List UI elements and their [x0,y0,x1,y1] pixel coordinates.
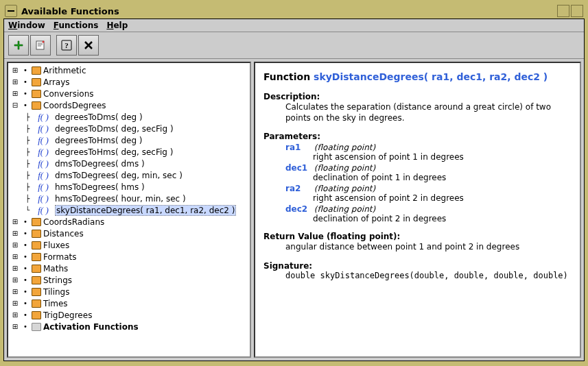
function-signature: degreesToDms( deg ) [55,112,143,122]
category-label: Conversions [43,89,94,99]
tree-category[interactable]: ⊟•CoordsDegrees [11,99,250,111]
function-tree: ⊞•Arithmetic⊞•Arrays⊞•Conversions⊟•Coord… [8,64,250,332]
detail-function-name: skyDistanceDegrees( ra1, dec1, ra2, dec2… [314,71,548,82]
expand-icon[interactable]: ⊞ [11,277,19,284]
category-label: CoordsRadians [43,217,104,227]
syntax-document-button[interactable] [30,35,51,56]
help-button[interactable]: ? [56,35,77,56]
folder-icon [32,66,41,75]
tree-connector-icon: ├ [23,172,32,179]
close-button[interactable] [78,35,99,56]
category-label: Formats [43,252,77,262]
expand-icon[interactable]: ⊞ [11,312,19,319]
expand-icon[interactable]: ⊞ [11,265,19,272]
folder-icon [32,218,41,226]
tree-function[interactable]: ├f( )dmsToDegrees( dms ) [11,158,250,169]
node-bullet-icon: • [21,300,30,307]
parameter-row: ra2 (floating point) [263,184,572,193]
menu-help[interactable]: Help [106,21,128,30]
close-icon [83,40,94,51]
return-desc: angular distance between point 1 and poi… [263,241,572,252]
node-bullet-icon: • [21,254,30,260]
category-label: Tilings [43,287,69,297]
expand-icon[interactable]: ⊞ [11,324,19,330]
function-icon: f( ) [34,158,53,169]
tree-category[interactable]: ⊞•TrigDegrees [11,309,250,321]
folder-icon [32,300,41,308]
function-tree-panel[interactable]: ⊞•Arithmetic⊞•Arrays⊞•Conversions⊟•Coord… [7,62,251,358]
tree-category[interactable]: ⊞•Formats [11,251,250,263]
function-signature: skyDistanceDegrees( ra1, dec1, ra2, dec2… [55,205,236,216]
expand-icon[interactable]: ⊞ [11,90,19,97]
function-icon: f( ) [34,182,53,193]
function-signature: hmsToDegrees( hour, min, sec ) [55,194,186,204]
node-bullet-icon: • [21,102,30,109]
tree-function[interactable]: ├f( )degreesToHms( deg, secFig ) [11,146,250,158]
category-label: Arrays [43,77,70,87]
expand-icon[interactable]: ⊞ [11,219,19,225]
tree-category[interactable]: ⊞•CoordsRadians [11,216,250,228]
tree-category[interactable]: ⊞•Distances [11,228,250,239]
expand-icon[interactable]: ⊞ [11,67,19,74]
tree-connector-icon: ├ [23,195,32,202]
tree-category[interactable]: ⊞•Arithmetic [11,64,250,76]
tree-function[interactable]: ├f( )degreesToDms( deg ) [11,111,250,123]
tree-category[interactable]: ⊞•Maths [11,263,250,274]
node-bullet-icon: • [21,219,30,225]
menu-window[interactable]: Window [8,21,45,30]
param-name: dec1 [285,163,311,173]
folder-icon [32,265,41,273]
window-body: Window Functions Help ? [3,19,585,361]
menu-functions[interactable]: Functions [54,21,99,30]
param-name: ra2 [285,184,311,193]
tree-connector-icon: └ [23,207,32,214]
tree-function[interactable]: ├f( )dmsToDegrees( deg, min, sec ) [11,169,250,181]
function-signature: degreesToDms( deg, secFig ) [55,124,174,134]
function-signature: degreesToHms( deg, secFig ) [55,147,173,157]
window-menu-button[interactable] [5,5,17,17]
collapse-icon[interactable]: ⊟ [11,102,19,109]
function-signature: dmsToDegrees( deg, min, sec ) [55,171,183,180]
tree-category[interactable]: ⊞•Tilings [11,286,250,297]
description-label: Description: [263,92,572,101]
parameter-row: ra1 (floating point) [263,143,572,152]
tree-function[interactable]: └f( )skyDistanceDegrees( ra1, dec1, ra2,… [11,204,250,216]
tree-category[interactable]: ⊞•Conversions [11,88,250,99]
maximize-button[interactable] [571,5,583,17]
tree-category[interactable]: ⊞•Arrays [11,76,250,88]
tree-category[interactable]: ⊞•Times [11,297,250,309]
add-function-button[interactable] [8,35,29,56]
expand-icon[interactable]: ⊞ [11,254,19,260]
titlebar[interactable]: Available Functions [3,3,585,19]
function-detail-panel: Function skyDistanceDegrees( ra1, dec1, … [254,62,581,358]
return-label: Return Value (floating point): [263,232,572,241]
folder-icon [32,288,41,296]
function-icon: f( ) [34,193,53,204]
tree-function[interactable]: ├f( )hmsToDegrees( hms ) [11,181,250,193]
tree-category-activation[interactable]: ⊞•Activation Functions [11,321,250,332]
category-label: Fluxes [43,241,69,250]
parameters-list: ra1 (floating point)right ascension of p… [263,143,572,223]
node-bullet-icon: • [21,79,30,86]
expand-icon[interactable]: ⊞ [11,289,19,295]
node-bullet-icon: • [21,289,30,295]
node-bullet-icon: • [21,324,30,330]
tree-category[interactable]: ⊞•Fluxes [11,239,250,251]
tree-function[interactable]: ├f( )hmsToDegrees( hour, min, sec ) [11,193,250,204]
expand-icon[interactable]: ⊞ [11,242,19,249]
tree-function[interactable]: ├f( )degreesToHms( deg ) [11,134,250,146]
tree-category[interactable]: ⊞•Strings [11,274,250,286]
param-name: dec2 [285,204,311,214]
node-bullet-icon: • [21,230,30,237]
expand-icon[interactable]: ⊞ [11,79,19,86]
function-signature: hmsToDegrees( hms ) [55,182,145,192]
expand-icon[interactable]: ⊞ [11,230,19,237]
minimize-button[interactable] [557,5,569,17]
svg-point-1 [43,41,45,43]
tree-connector-icon: ├ [23,149,32,156]
signature-label: Signature: [263,261,572,271]
toolbar: ? [4,32,584,59]
tree-function[interactable]: ├f( )degreesToDms( deg, secFig ) [11,123,250,134]
tree-connector-icon: ├ [23,137,32,144]
expand-icon[interactable]: ⊞ [11,300,19,307]
